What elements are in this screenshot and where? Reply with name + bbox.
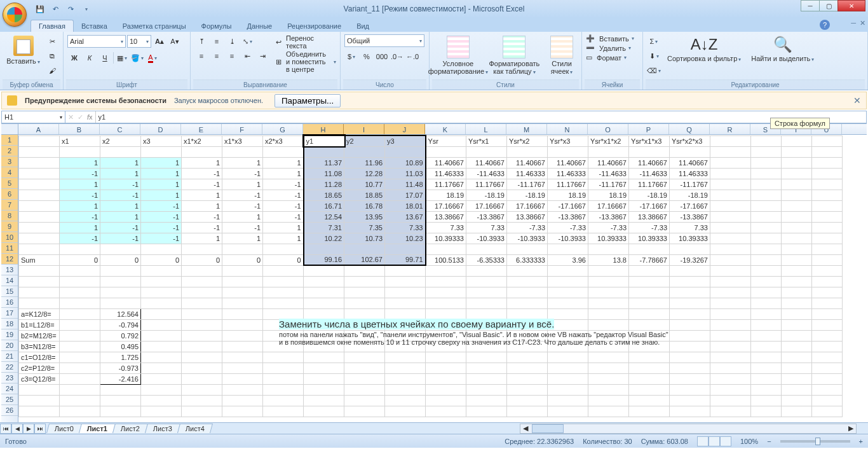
cell-N5[interactable]: 11.17667 <box>548 179 588 190</box>
row-header-3[interactable]: 3 <box>1 156 18 167</box>
cell-G13[interactable] <box>263 265 304 276</box>
cell-S8[interactable] <box>751 211 782 222</box>
cell-E5[interactable]: -1 <box>182 179 222 190</box>
security-options-button[interactable]: Параметры... <box>275 94 341 107</box>
cell-T9[interactable] <box>782 222 812 233</box>
cell-E15[interactable] <box>182 287 222 298</box>
cell-P1[interactable]: Ysr*x1*x3 <box>629 135 670 146</box>
cell-U17[interactable] <box>812 308 843 319</box>
cell-L4[interactable]: -11.4633 <box>466 168 507 179</box>
cell-E6[interactable]: 1 <box>182 190 222 200</box>
cell-I12[interactable]: 102.67 <box>344 254 385 265</box>
cell-U15[interactable] <box>812 287 843 298</box>
office-button[interactable] <box>3 3 27 27</box>
cell-P26[interactable] <box>629 406 670 417</box>
cell-B19[interactable] <box>60 330 100 341</box>
cell-E7[interactable]: 1 <box>182 200 222 211</box>
font-size-combo[interactable]: 10▾ <box>127 35 151 48</box>
cell-N8[interactable]: -13.3867 <box>548 211 588 222</box>
cond-format-button[interactable]: Условное форматирование <box>433 34 483 76</box>
cell-R7[interactable] <box>710 200 751 211</box>
normal-view-button[interactable] <box>697 436 709 446</box>
cell-R23[interactable] <box>710 373 751 384</box>
cell-H16[interactable] <box>304 298 344 308</box>
cell-K6[interactable]: 18.19 <box>426 190 466 200</box>
cell-C5[interactable]: -1 <box>100 179 141 190</box>
copy-icon[interactable]: ⧉ <box>45 49 59 63</box>
cell-G8[interactable]: -1 <box>263 211 304 222</box>
cell-J4[interactable]: 11.03 <box>385 168 426 179</box>
cell-T18[interactable] <box>782 319 812 330</box>
cell-L26[interactable] <box>466 406 507 417</box>
cell-H17[interactable] <box>304 308 344 319</box>
row-header-18[interactable]: 18 <box>1 319 18 329</box>
cell-F22[interactable] <box>222 363 263 373</box>
cell-U3[interactable] <box>812 157 843 168</box>
cell-A15[interactable] <box>19 287 60 298</box>
cell-S26[interactable] <box>751 406 782 417</box>
row-header-4[interactable]: 4 <box>1 167 18 178</box>
cell-T23[interactable] <box>782 373 812 384</box>
cell-K1[interactable]: Ysr <box>426 135 466 146</box>
cell-Q6[interactable]: -18.19 <box>670 190 710 200</box>
column-headers[interactable]: ABCDEFGHIJKLMNOPQRSTU <box>1 123 867 135</box>
cell-A13[interactable] <box>19 265 60 276</box>
cell-P8[interactable]: 13.38667 <box>629 211 670 222</box>
cell-G14[interactable] <box>263 276 304 287</box>
cancel-formula-icon[interactable]: ✕ <box>68 113 74 121</box>
comma-icon[interactable]: 000 <box>375 50 389 64</box>
cell-B10[interactable]: -1 <box>60 233 100 244</box>
tab-Разметка страницы[interactable]: Разметка страницы <box>115 20 194 32</box>
cell-H8[interactable]: 12.54 <box>304 211 344 222</box>
cell-F10[interactable]: 1 <box>222 233 263 244</box>
cell-L11[interactable] <box>466 244 507 254</box>
cell-A24[interactable] <box>19 384 60 395</box>
cell-B7[interactable]: 1 <box>60 200 100 211</box>
cell-B20[interactable] <box>60 341 100 352</box>
align-right-icon[interactable]: ≡ <box>225 49 239 63</box>
select-all-corner[interactable] <box>1 124 18 134</box>
cell-P2[interactable] <box>629 146 670 157</box>
cell-A19[interactable]: b2=M12/8= <box>19 330 60 341</box>
cell-U26[interactable] <box>812 406 843 417</box>
cell-D3[interactable]: 1 <box>141 157 182 168</box>
cell-F15[interactable] <box>222 287 263 298</box>
cell-T1[interactable] <box>782 135 812 146</box>
cell-B14[interactable] <box>60 276 100 287</box>
col-header-E[interactable]: E <box>181 124 222 134</box>
row-header-9[interactable]: 9 <box>1 221 18 232</box>
cell-O7[interactable]: 17.16667 <box>588 200 629 211</box>
cell-F9[interactable]: -1 <box>222 222 263 233</box>
cell-R9[interactable] <box>710 222 751 233</box>
cell-Q2[interactable] <box>670 146 710 157</box>
cell-U9[interactable] <box>812 222 843 233</box>
cell-D11[interactable] <box>141 244 182 254</box>
cell-L9[interactable]: 7.33 <box>466 222 507 233</box>
cell-M3[interactable]: 11.40667 <box>507 157 548 168</box>
row-header-23[interactable]: 23 <box>1 373 18 384</box>
cell-D10[interactable]: -1 <box>141 233 182 244</box>
cell-I10[interactable]: 10.73 <box>344 233 385 244</box>
cell-U4[interactable] <box>812 168 843 179</box>
cell-D6[interactable]: 1 <box>141 190 182 200</box>
cell-S7[interactable] <box>751 200 782 211</box>
cell-N4[interactable]: 11.46333 <box>548 168 588 179</box>
cell-R13[interactable] <box>710 265 751 276</box>
cell-I14[interactable] <box>344 276 385 287</box>
cell-A6[interactable] <box>19 190 60 200</box>
cell-M10[interactable]: -10.3933 <box>507 233 548 244</box>
cell-P16[interactable] <box>629 298 670 308</box>
cell-M14[interactable] <box>507 276 548 287</box>
cell-L15[interactable] <box>466 287 507 298</box>
cell-H14[interactable] <box>304 276 344 287</box>
cell-S22[interactable] <box>751 363 782 373</box>
cell-R24[interactable] <box>710 384 751 395</box>
percent-icon[interactable]: % <box>360 50 374 64</box>
cell-K23[interactable] <box>426 373 466 384</box>
cell-S14[interactable] <box>751 276 782 287</box>
paste-button[interactable]: Вставить <box>4 34 43 66</box>
cell-B1[interactable]: x1 <box>60 135 100 146</box>
format-painter-icon[interactable]: 🖌 <box>45 64 59 78</box>
cell-A10[interactable] <box>19 233 60 244</box>
cells-area[interactable]: x1x2x3x1*x2x1*x3x2*x3y1y2y3YsrYsr*x1Ysr*… <box>18 135 867 422</box>
